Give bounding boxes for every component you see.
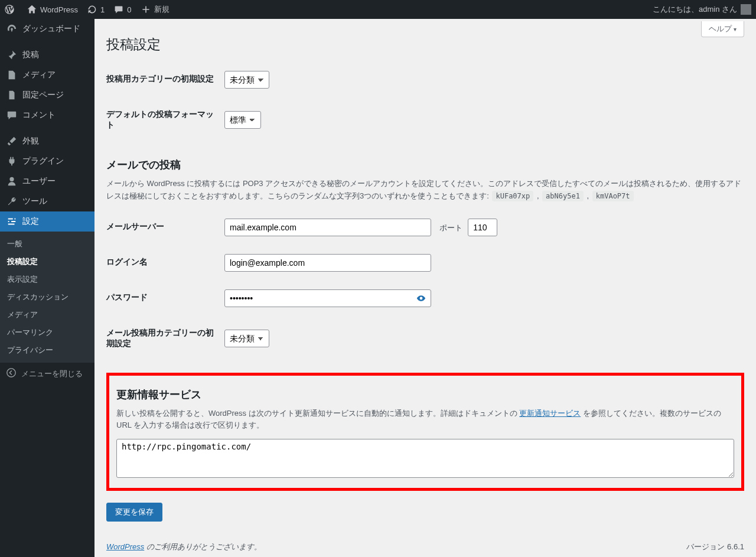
plug-icon: [6, 156, 18, 167]
media-icon: [6, 70, 18, 80]
default-category-select[interactable]: 未分類: [224, 71, 269, 89]
port-input[interactable]: [468, 219, 497, 236]
comments-menu[interactable]: 0: [109, 0, 136, 19]
update-services-link[interactable]: 更新通知サービス: [519, 409, 581, 418]
random-string-2: abN6y5e1: [542, 191, 584, 201]
save-button[interactable]: 変更を保存: [106, 503, 162, 522]
help-tab[interactable]: ヘルプ: [701, 21, 744, 37]
sub-item-privacy[interactable]: プライバシー: [0, 341, 94, 359]
comment-icon: [114, 5, 123, 14]
pin-icon: [6, 50, 18, 60]
update-services-textarea[interactable]: [116, 439, 734, 478]
sub-item-discussion[interactable]: ディスカッション: [0, 288, 94, 306]
sidebar-item-label: ツール: [22, 196, 47, 207]
random-string-3: kmVAoP7t: [592, 191, 634, 201]
sidebar-item-label: 固定ページ: [22, 90, 64, 100]
footer-version: バージョン 6.6.1: [686, 542, 744, 552]
password-label: パスワード: [106, 281, 224, 316]
login-input[interactable]: [224, 254, 431, 272]
mail-server-input[interactable]: [224, 219, 431, 236]
site-name-label: WordPress: [40, 5, 78, 14]
comment-icon: [6, 110, 18, 120]
sidebar-item-label: ユーザー: [22, 176, 56, 187]
site-name-menu[interactable]: WordPress: [22, 0, 83, 19]
sidebar-item-tools[interactable]: ツール: [0, 191, 94, 211]
sidebar-item-label: 投稿: [22, 50, 39, 60]
wp-logo-menu[interactable]: [0, 0, 22, 19]
sub-item-writing[interactable]: 投稿設定: [0, 253, 94, 271]
collapse-icon: [6, 367, 17, 380]
sidebar-item-label: 外観: [22, 136, 39, 146]
plus-icon: [141, 5, 151, 14]
comments-count: 0: [127, 5, 131, 14]
random-string-1: kUFa07xp: [492, 191, 533, 201]
updates-count: 1: [100, 5, 105, 14]
wordpress-icon: [5, 5, 14, 14]
sidebar-submenu-settings: 一般 投稿設定 表示設定 ディスカッション メディア パーマリンク プライバシー: [0, 232, 94, 363]
sub-item-media[interactable]: メディア: [0, 306, 94, 324]
mail-category-label: メール投稿用カテゴリーの初期設定: [106, 316, 224, 361]
admin-bar: WordPress 1 0 新規 こんにちは、admin さん: [0, 0, 756, 19]
password-visibility-button[interactable]: [410, 290, 431, 307]
default-format-label: デフォルトの投稿フォーマット: [106, 97, 224, 142]
mail-section-desc: メールから WordPress に投稿するには POP3 アクセスができる秘密の…: [106, 178, 744, 203]
login-label: ログイン名: [106, 245, 224, 281]
mail-section-heading: メールでの投稿: [106, 158, 744, 172]
sub-item-reading[interactable]: 表示設定: [0, 271, 94, 288]
port-label: ポート: [439, 223, 462, 232]
footer: WordPress のご利用ありがとうございます。 バージョン 6.6.1: [94, 533, 756, 557]
home-icon: [27, 5, 37, 14]
sidebar-item-users[interactable]: ユーザー: [0, 171, 94, 191]
sidebar-item-posts[interactable]: 投稿: [0, 45, 94, 65]
page-title: 投稿設定: [106, 35, 744, 54]
wrench-icon: [6, 196, 18, 207]
updates-menu[interactable]: 1: [83, 0, 109, 19]
new-content-menu[interactable]: 新規: [136, 0, 174, 19]
dashboard-icon: [6, 24, 18, 34]
page-icon: [6, 90, 18, 100]
mail-server-label: メールサーバー: [106, 210, 224, 245]
footer-thanks-text: のご利用ありがとうございます。: [146, 542, 262, 551]
collapse-menu-button[interactable]: メニューを閉じる: [0, 363, 94, 385]
collapse-label: メニューを閉じる: [21, 369, 83, 379]
update-services-heading: 更新情報サービス: [116, 387, 734, 402]
sidebar-item-comments[interactable]: コメント: [0, 105, 94, 125]
admin-sidebar: ダッシュボード 投稿 メディア 固定ページ コメント 外観 プラグイン ユーザー…: [0, 19, 94, 557]
avatar: [741, 4, 751, 15]
sidebar-item-appearance[interactable]: 外観: [0, 131, 94, 151]
sidebar-item-media[interactable]: メディア: [0, 65, 94, 85]
sidebar-item-settings[interactable]: 設定: [0, 211, 94, 232]
default-category-label: 投稿用カテゴリーの初期設定: [106, 62, 224, 97]
password-input[interactable]: [224, 289, 431, 307]
account-menu[interactable]: こんにちは、admin さん: [648, 0, 756, 19]
svg-point-0: [7, 369, 15, 377]
sidebar-item-label: メディア: [22, 70, 56, 80]
sub-item-permalink[interactable]: パーマリンク: [0, 324, 94, 341]
brush-icon: [6, 136, 18, 146]
settings-icon: [6, 216, 18, 227]
eye-icon: [416, 294, 426, 303]
sidebar-item-label: プラグイン: [22, 156, 64, 167]
new-label: 新規: [154, 4, 170, 15]
sidebar-item-label: ダッシュボード: [22, 24, 80, 34]
sidebar-item-label: コメント: [22, 110, 56, 120]
update-services-highlighted-section: 更新情報サービス 新しい投稿を公開すると、WordPress は次のサイト更新通…: [106, 373, 744, 491]
default-format-select[interactable]: 標準: [224, 111, 261, 129]
footer-wordpress-link[interactable]: WordPress: [106, 542, 144, 551]
user-icon: [6, 176, 18, 187]
mail-category-select[interactable]: 未分類: [224, 330, 269, 347]
sub-item-general[interactable]: 一般: [0, 235, 94, 253]
update-services-desc: 新しい投稿を公開すると、WordPress は次のサイト更新通知サービスに自動的…: [116, 408, 734, 432]
greeting-text: こんにちは、admin さん: [653, 4, 737, 15]
sidebar-item-dashboard[interactable]: ダッシュボード: [0, 19, 94, 39]
sidebar-item-plugins[interactable]: プラグイン: [0, 151, 94, 171]
update-icon: [87, 5, 97, 14]
sidebar-item-label: 設定: [22, 216, 39, 227]
sidebar-item-pages[interactable]: 固定ページ: [0, 85, 94, 105]
